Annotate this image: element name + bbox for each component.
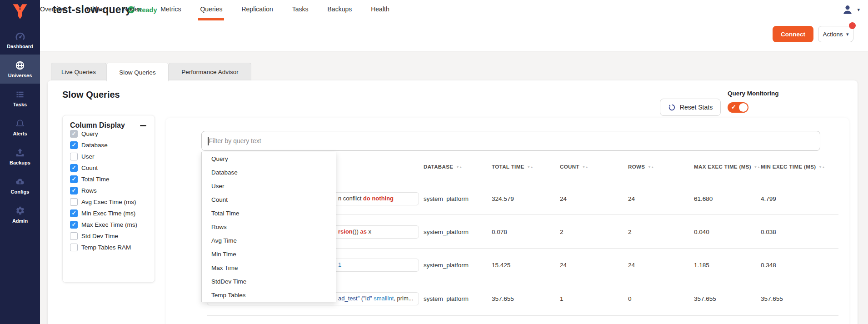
tab-tasks[interactable]: Tasks [292,0,309,18]
tab-label: Tables [85,5,104,13]
column-option-query[interactable]: Query [70,130,98,138]
dropdown-item-max-time[interactable]: Max Time [202,261,336,274]
sql-number: 1 [338,261,341,268]
cell-total-time: 0.078 [492,229,507,235]
dropdown-item-avg-time[interactable]: Avg Time [202,234,336,247]
sidebar-item-universes[interactable]: Universes [0,55,40,84]
bell-icon [15,119,25,129]
tab-queries[interactable]: Queries [200,0,222,18]
sort-icon[interactable]: ▼▲ [819,165,825,169]
query-filter-input[interactable]: Filter by query text [201,131,820,151]
query-text: 1 [338,261,341,268]
header-label: ROWS [628,164,645,169]
actions-button[interactable]: Actions ▾ [818,26,853,42]
checkbox-checked [70,187,78,194]
sidebar-item-tasks[interactable]: Tasks [0,84,40,113]
dropdown-item-total-time[interactable]: Total Time [202,207,336,220]
column-option-rows[interactable]: Rows [70,186,97,194]
column-option-avg-exec-time[interactable]: Avg Exec Time (ms) [70,198,136,206]
checkbox-label: Database [81,142,108,149]
subtab-label: Performance Advisor [181,69,238,75]
sidebar-item-label: Tasks [13,102,27,107]
sidebar-item-label: Admin [12,218,28,224]
sidebar-item-backups[interactable]: Backups [0,142,40,171]
checkbox-checked [70,175,78,183]
cell-max-exec-time: 1.185 [694,262,709,269]
dropdown-item-temp-tables[interactable]: Temp Tables [202,288,336,302]
text-cursor [208,137,209,145]
dropdown-item-label: Rows [211,224,227,230]
column-option-total-time[interactable]: Total Time [70,175,110,183]
header-total-time[interactable]: TOTAL TIME▼▲ [492,164,534,169]
yugabyte-logo[interactable] [0,0,40,25]
tab-backups[interactable]: Backups [328,0,352,18]
sort-icon[interactable]: ▼▲ [582,165,589,169]
header-count[interactable]: COUNT▼▲ [560,164,589,169]
header-max-exec-time[interactable]: MAX EXEC TIME (MS)▼▲ [694,164,760,169]
checkbox-label: Rows [81,187,97,194]
collapse-icon[interactable] [140,125,146,126]
cell-rows: 2 [628,229,632,235]
reset-stats-label: Reset Stats [680,104,713,111]
tab-metrics[interactable]: Metrics [160,0,181,18]
sort-icon[interactable]: ▼▲ [754,165,760,169]
cell-database: system_platform [424,295,469,302]
column-option-database[interactable]: Database [70,141,108,149]
connect-button[interactable]: Connect [773,26,813,42]
header-min-exec-time[interactable]: MIN EXEC TIME (MS)▼▲ [761,164,825,169]
checkbox-checked [70,209,78,217]
subtab-performance-advisor[interactable]: Performance Advisor [169,63,251,80]
dropdown-item-label: Database [211,169,238,176]
tab-tables[interactable]: Tables [85,0,104,18]
dropdown-item-query[interactable]: Query [202,152,336,166]
column-option-max-exec-time[interactable]: Max Exec Time (ms) [70,220,137,229]
dropdown-item-stddev-time[interactable]: StdDev Time [202,274,336,288]
tab-overview[interactable]: Overview [40,0,66,18]
query-monitoring-toggle[interactable]: ✓ [728,102,748,113]
sort-icon[interactable]: ▼▲ [527,165,534,169]
sidebar-item-alerts[interactable]: Alerts [0,113,40,142]
tab-health[interactable]: Health [371,0,389,18]
dropdown-item-label: StdDev Time [211,278,246,285]
column-option-min-exec-time[interactable]: Min Exec Time (ms) [70,209,135,217]
header-database[interactable]: DATABASE▼▲ [424,164,462,169]
column-option-user[interactable]: User [70,152,95,160]
sort-icon[interactable]: ▼▲ [456,165,462,169]
sql-fragment: , prim... [394,295,413,302]
dropdown-item-label: Max Time [211,264,238,271]
dropdown-item-count[interactable]: Count [202,193,336,207]
tab-nodes[interactable]: Nodes [123,0,141,18]
header-label: COUNT [560,164,579,169]
row-divider [207,315,838,316]
universe-nav-tabs: Overview Tables Nodes Metrics Queries Re… [40,0,868,18]
column-option-temp-tables-ram[interactable]: Temp Tables RAM [70,243,131,251]
user-menu[interactable]: ▾ [842,4,860,15]
column-display-panel: Column Display Query Database User Count… [62,115,155,283]
cell-min-exec-time: 0.348 [761,262,776,269]
header-rows[interactable]: ROWS▼▲ [628,164,654,169]
checkbox-label: Max Exec Time (ms) [81,221,137,228]
sidebar-item-admin[interactable]: Admin [0,200,40,229]
dropdown-item-min-time[interactable]: Min Time [202,247,336,261]
sort-icon[interactable]: ▼▲ [648,165,654,169]
header-label: MIN EXEC TIME (MS) [761,164,816,169]
sidebar-item-label: Universes [8,73,32,78]
dropdown-item-rows[interactable]: Rows [202,220,336,234]
dropdown-item-user[interactable]: User [202,179,336,193]
subtab-slow-queries[interactable]: Slow Queries [106,63,169,81]
sidebar-item-dashboard[interactable]: Dashboard [0,25,40,55]
query-text: ad_test" ("id" smallint, prim... [338,295,414,302]
header-label: MAX EXEC TIME (MS) [694,164,751,169]
cell-database: system_platform [424,229,469,235]
subtab-live-queries[interactable]: Live Queries [51,63,106,80]
dropdown-item-database[interactable]: Database [202,166,336,179]
checkbox-label: Min Exec Time (ms) [81,210,135,217]
sql-fragment: n conflict [338,195,363,202]
column-option-std-dev-time[interactable]: Std Dev Time [70,232,118,240]
sidebar-item-configs[interactable]: Configs [0,171,40,200]
column-option-count[interactable]: Count [70,164,98,172]
tab-replication[interactable]: Replication [241,0,273,18]
tab-label: Replication [241,5,273,13]
reset-stats-button[interactable]: Reset Stats [660,99,721,116]
sql-fragment: ()) [353,228,360,235]
